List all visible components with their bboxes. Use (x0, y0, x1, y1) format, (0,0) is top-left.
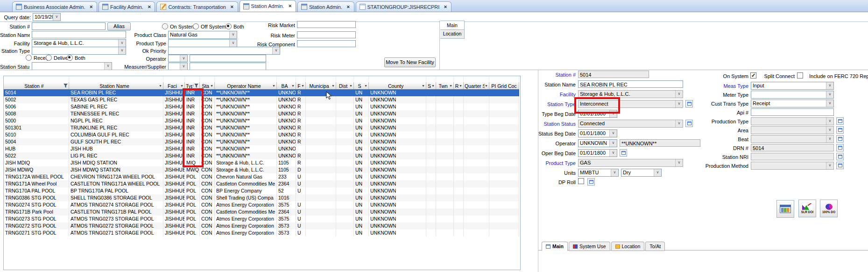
window-tab-1[interactable]: Business Associate Admin.✕ (12, 1, 97, 12)
station-name-input[interactable]: SEA ROBIN PL REC (578, 80, 683, 88)
filter-icon[interactable] (64, 84, 68, 88)
slr-doi-button[interactable]: SLR DOI (798, 200, 816, 217)
column-header-s[interactable]: S▼ (354, 82, 369, 89)
chevron-down-icon[interactable]: ∨ (272, 47, 280, 54)
form-tab-main[interactable]: Main (440, 21, 465, 30)
chevron-down-icon[interactable]: ∨ (826, 91, 833, 98)
chevron-down-icon[interactable]: ∨ (53, 14, 60, 21)
chevron-down-icon[interactable]: ▼ (422, 84, 425, 87)
radio-both[interactable]: Both (226, 23, 244, 29)
column-header-ba[interactable]: BA▼ (277, 82, 296, 89)
beat-select[interactable]: ∨ (751, 135, 834, 143)
table-row[interactable]: TRNG170A PAL POOLBP TRNG170A PAL POOLJIS… (4, 187, 519, 194)
table-row[interactable]: HUBJISH HUBJISHHUBINRCON**UNKNOWN**UNKNO… (4, 145, 519, 152)
chevron-down-icon[interactable]: ∨ (229, 31, 237, 38)
chevron-down-icon[interactable]: ▼ (180, 84, 183, 87)
measurer-input[interactable] (190, 63, 266, 70)
chevron-down-icon[interactable]: ▼ (364, 84, 367, 87)
table-row[interactable]: TRNG172A WHEEL POOLCHEVRON TRNG172A WHEE… (4, 173, 519, 180)
production-type-select[interactable]: ∨ (751, 117, 834, 125)
column-header-r[interactable]: R▼ (454, 82, 464, 89)
split-connect-checkbox[interactable] (797, 72, 803, 79)
api--input[interactable] (751, 108, 834, 116)
chevron-down-icon[interactable]: ∨ (609, 130, 617, 137)
operator-input[interactable] (190, 55, 266, 62)
chevron-down-icon[interactable]: ▼ (332, 84, 335, 87)
detail-tab-to-at[interactable]: To/At (645, 242, 665, 251)
table-row[interactable]: 5004GULF SOUTH PL RECJISHHUBINRCON**UNKN… (4, 138, 519, 145)
table-row[interactable]: TRNG171A Wheel PoolCASTLETON TRNG171A WH… (4, 180, 519, 187)
operator-code-select[interactable]: UNKNOWN∨ (578, 139, 617, 147)
radio-on-system[interactable]: On System (162, 23, 195, 29)
column-header-operator-name[interactable]: Operator Name▼ (215, 82, 277, 89)
chevron-down-icon[interactable]: ∨ (229, 40, 237, 47)
stations-grid[interactable]: Station #Station Name▼Faci▼Typ↑Sta▼Opera… (3, 76, 521, 270)
sort-filter-icon[interactable]: ↑ (192, 84, 199, 88)
table-row[interactable]: 5006SABINE PL RECJISHHUBINRCON**UNKNOWN*… (4, 103, 519, 110)
cust-trans-type-select[interactable]: Receipt∨ (751, 100, 834, 107)
beat-popup-icon[interactable] (836, 135, 844, 143)
chevron-down-icon[interactable]: ▼ (272, 84, 275, 87)
chevron-down-icon[interactable]: ▼ (349, 84, 353, 87)
radio-both[interactable]: Both (67, 55, 85, 61)
risk-component-input[interactable] (297, 40, 356, 47)
column-header-station-name[interactable]: Station Name▼ (69, 82, 163, 89)
chevron-down-icon[interactable]: ▼ (301, 84, 304, 87)
chevron-down-icon[interactable]: ∨ (826, 100, 833, 107)
table-row[interactable]: TRNG0271 STG POOLATMOS TRNG0271 STORAGE … (4, 229, 519, 236)
product-class-select[interactable]: Natural Gas ∨ (168, 31, 237, 39)
chevron-down-icon[interactable]: ∨ (826, 162, 833, 169)
chevron-down-icon[interactable]: ∨ (609, 150, 617, 157)
column-header-s[interactable]: S▼ (426, 82, 436, 89)
column-header-county[interactable]: County▼ (369, 82, 426, 89)
production-type-popup-icon[interactable] (836, 117, 844, 125)
chevron-down-icon[interactable]: ∨ (826, 127, 833, 134)
chevron-down-icon[interactable]: ∨ (675, 100, 683, 107)
station-status-select[interactable]: Connected∨ (578, 120, 683, 128)
table-row[interactable]: 5014SEA ROBIN PL RECJISHHUBINRCON**UNKNO… (4, 89, 519, 96)
status-beg-date-select[interactable]: 01/01/1800∨ (578, 129, 617, 137)
on-system-checkbox[interactable]: ✓ (750, 72, 756, 79)
area-select[interactable]: ∨ (751, 126, 834, 134)
close-icon[interactable]: ✕ (444, 5, 447, 9)
column-header-dist[interactable]: Dist▼ (336, 82, 354, 89)
table-row[interactable]: 501301TRUNKLINE PL RECJISHHUBINRCON**UNK… (4, 124, 519, 131)
window-tab-5[interactable]: Station Admin.✕ (297, 1, 354, 12)
chevron-down-icon[interactable]: ▼ (449, 84, 452, 87)
move-to-new-facility-button[interactable]: Move To New Facility (384, 57, 436, 67)
chevron-down-icon[interactable]: ∨ (826, 82, 833, 89)
hundred-do-button[interactable]: 100% DO (820, 200, 838, 217)
chevron-down-icon[interactable]: ∨ (826, 118, 833, 125)
table-row[interactable]: 5010COLUMBIA GULF PL RECJISHHUBINRCON**U… (4, 131, 519, 138)
column-header-quarter-s[interactable]: Quarter S▼ (464, 82, 489, 89)
layout-window-button[interactable] (776, 200, 794, 218)
product-type-select[interactable]: ∨ (168, 39, 237, 47)
table-row[interactable]: TRNG0274 STG POOLATMOS TRNG0274 STORAGE … (4, 201, 519, 208)
meas-type-select[interactable]: Input∨ (751, 82, 834, 90)
product-type-select[interactable]: GAS∨ (578, 159, 683, 167)
detail-tab-main[interactable]: Main (542, 242, 568, 251)
query-date-select[interactable]: 10/19/2022 ∨ (33, 13, 61, 21)
dp-roll-checkbox[interactable] (578, 178, 584, 184)
chevron-down-icon[interactable]: ∨ (675, 120, 683, 127)
chevron-down-icon[interactable]: ∨ (826, 136, 833, 143)
station-status-select[interactable]: ∨ (32, 62, 112, 70)
measurer-code-select[interactable]: ∨ (168, 63, 188, 70)
close-icon[interactable]: ✕ (148, 5, 151, 9)
production-method-select[interactable]: ∨ (751, 162, 834, 170)
detail-tab-location[interactable]: Location (611, 242, 645, 251)
drn--popup-icon[interactable] (836, 144, 844, 151)
chevron-down-icon[interactable]: ▼ (485, 84, 488, 87)
station-nri-field[interactable] (751, 153, 834, 160)
oper-beg-date-select[interactable]: 01/01/1800∨ (578, 149, 617, 157)
table-row[interactable]: JISH MDIQJISH MDIQ STATIONJISHHUBMIQCONS… (4, 159, 519, 166)
table-row[interactable]: TRNG171B Park PoolCASTLETON TRNG171B PAL… (4, 208, 519, 215)
radio-off-system[interactable]: Off System (193, 23, 226, 29)
column-header-municipa[interactable]: Municipa▼ (306, 82, 336, 89)
window-tab-6[interactable]: STATIONGROUP:JISHRECPRI✕ (356, 1, 452, 12)
chevron-down-icon[interactable]: ∨ (675, 91, 683, 98)
form-tab-location[interactable]: Location (440, 30, 465, 39)
chevron-down-icon[interactable]: ▼ (431, 84, 435, 87)
table-row[interactable]: TRNG0273 STG POOLATMOS TRNG0273 STORAGE … (4, 215, 519, 222)
table-row[interactable]: 5022LIG PL RECJISHHUBINRCON**UNKNOWN**UN… (4, 152, 519, 159)
